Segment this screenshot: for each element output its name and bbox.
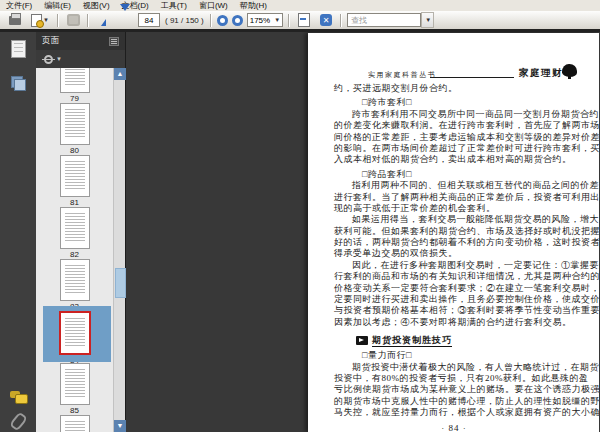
page-number-input[interactable] xyxy=(138,13,160,27)
text-line: 的价差变化来赚取利润。在进行跨市套利时，首先应了解两市场 xyxy=(334,120,599,131)
layers-panel-button[interactable] xyxy=(0,70,36,96)
document-view-area[interactable]: 实用家庭科普丛书 家庭理财 约，买进远期交割月份合约。□跨市套利□跨市套利利用不… xyxy=(126,32,600,432)
thumbnail-page-image[interactable] xyxy=(60,207,90,249)
sub-heading: □量力而行□ xyxy=(334,350,599,361)
thumbnail-page-image[interactable] xyxy=(60,103,90,145)
chevron-down-icon: ▼ xyxy=(274,17,280,23)
layers-icon xyxy=(11,76,25,90)
pointing-hand-icon xyxy=(356,336,368,345)
attachments-panel-button[interactable] xyxy=(0,408,36,432)
sidebar-scrollbar: ▲ ▼ xyxy=(113,68,125,432)
pdf-reader-window: 文件(F) 编辑(E) 视图(V) 文档(D) 工具(T) 窗口(W) 帮助(H… xyxy=(0,0,600,432)
disabled-tool-icon xyxy=(67,14,80,26)
text-line: 与投资者预期价格基本相符；③套利时要将季节性变动当作重要 xyxy=(334,305,599,316)
text-line: 的影响。在两市场间价差超过了正常差价时可进行跨市套利，买 xyxy=(334,143,599,154)
thumbnail-page-image[interactable] xyxy=(60,363,90,405)
fit-width-button[interactable] xyxy=(294,13,314,28)
thumbnail-page-number: 85 xyxy=(36,406,113,415)
find-options-button[interactable]: ▼ xyxy=(421,12,434,28)
document-page: 实用家庭科普丛书 家庭理财 约，买进远期交割月份合约。□跨市套利□跨市套利利用不… xyxy=(308,33,599,432)
page-thumbnail-86[interactable]: 86 xyxy=(36,415,113,432)
zoom-in-button[interactable] xyxy=(232,15,243,26)
scroll-up-button[interactable]: ▲ xyxy=(114,68,126,80)
chevron-down-icon: ▼ xyxy=(43,17,49,23)
menu-edit[interactable]: 编辑(E) xyxy=(38,0,77,11)
chevron-down-icon: ▼ xyxy=(425,17,431,23)
sub-heading: □跨市套利□ xyxy=(334,97,599,108)
text-line: 获利可能。但如果套利的期货合约、市场及选择好或时机没把握 xyxy=(334,226,599,237)
text-line: 期货投资中潜伏着极大的风险，有人曾大略统计过，在期货 xyxy=(334,362,599,373)
comments-panel-button[interactable] xyxy=(0,384,36,410)
down-arrow-icon xyxy=(120,11,130,29)
toolbar-separator xyxy=(288,14,290,27)
next-page-button[interactable] xyxy=(115,13,135,28)
comments-icon xyxy=(10,391,26,404)
text-line: 好的话，两种期货合约都朝着不利的方向变动价格，这时投资者 xyxy=(334,237,599,248)
pages-icon xyxy=(11,40,26,58)
text-line: 间价格的正常差距，主要考虑运输成本和交割等级的差异对价差 xyxy=(334,132,599,143)
page-thumbnail-80[interactable]: 80 xyxy=(36,103,113,155)
toolbar: ▼ ( 91 / 150 ) 175% ▼ ✕ ▼ xyxy=(0,11,600,29)
toolbar-separator xyxy=(87,14,89,27)
book-title: 家庭理财 xyxy=(519,67,563,80)
text-line: 指利用两种不同的、但相关联或相互替代的商品之间的价差 xyxy=(334,180,599,191)
navigation-pane-strip xyxy=(0,32,36,432)
panel-options-button[interactable] xyxy=(109,37,119,46)
text-line: 价格变动关系一定要符合套利要求；②在建立一笔套利交易时，一 xyxy=(334,283,599,294)
pages-panel-button[interactable] xyxy=(0,36,36,62)
text-line: 入成本相对低的期货合约，卖出成本相对高的期货合约。 xyxy=(334,154,599,165)
text-line: 行套利的商品和市场的有关知识和详细情况，尤其是两种合约的 xyxy=(334,271,599,282)
page-thumbnail-83[interactable]: 83 xyxy=(36,259,113,311)
thumbnail-page-image[interactable] xyxy=(60,415,90,432)
zoom-out-button[interactable] xyxy=(217,15,228,26)
page-body-text: 约，买进远期交割月份合约。□跨市套利□跨市套利利用不同交易所中同一商品同一交割月… xyxy=(334,83,599,432)
text-line: 因此，在进行多种套期图利交易时，一定要记住：①掌握要进 xyxy=(334,260,599,271)
chevron-down-icon[interactable]: ▼ xyxy=(56,56,62,62)
fullscreen-button[interactable]: ✕ xyxy=(316,13,336,28)
menu-help[interactable]: 帮助(H) xyxy=(234,0,273,11)
page-thumbnail-79[interactable]: 79 xyxy=(36,68,113,103)
scroll-down-button[interactable]: ▼ xyxy=(114,420,126,432)
thumbnail-page-number: 80 xyxy=(36,146,113,155)
fullscreen-icon: ✕ xyxy=(320,14,332,26)
menu-view[interactable]: 视图(V) xyxy=(77,0,116,11)
zoom-level-value: 175% xyxy=(250,16,270,25)
page-thumbnail-84[interactable]: 84 xyxy=(36,311,113,365)
series-title: 实用家庭科普丛书 xyxy=(368,70,436,80)
menu-tools[interactable]: 工具(T) xyxy=(155,0,193,11)
toolbar-separator xyxy=(340,14,342,27)
text-line: 马失控，就应坚持量力而行，根据个人或家庭拥有资产的大小确 xyxy=(334,407,599,418)
thumbnail-list: 7980818283848586 xyxy=(36,68,113,432)
zoom-level-select[interactable]: 175% ▼ xyxy=(247,13,283,27)
page-thumbnail-85[interactable]: 85 xyxy=(36,363,113,415)
text-line: 得承受单边交易的双倍损失。 xyxy=(334,248,599,259)
text-line: 定要同时进行买进和卖出操作，且务必要控制住价格，使成交价格 xyxy=(334,294,599,305)
find-input[interactable] xyxy=(347,13,421,27)
scrollbar-thumb[interactable] xyxy=(115,268,126,298)
header-rule xyxy=(430,77,514,78)
page-thumbnail-81[interactable]: 81 xyxy=(36,155,113,207)
pages-panel-header: 页面 xyxy=(36,32,125,50)
menu-window[interactable]: 窗口(W) xyxy=(193,0,234,11)
export-button[interactable]: ▼ xyxy=(27,13,53,28)
thumbnail-page-image[interactable] xyxy=(60,259,90,301)
toolbar-separator xyxy=(210,14,212,27)
thumbnail-page-image[interactable] xyxy=(59,311,91,355)
text-line: 约，买进远期交割月份合约。 xyxy=(334,83,599,94)
thumbnail-page-image[interactable] xyxy=(60,155,90,197)
menu-file[interactable]: 文件(F) xyxy=(0,0,38,11)
page-thumbnail-82[interactable]: 82 xyxy=(36,207,113,259)
thumbnail-options-row: ▼ xyxy=(36,50,125,68)
disabled-tool-button xyxy=(63,13,83,28)
thumbnail-page-number: 81 xyxy=(36,198,113,207)
thumbnail-page-number: 82 xyxy=(36,250,113,259)
print-button[interactable] xyxy=(5,13,25,28)
section-heading-text: 期货投资制胜技巧 xyxy=(372,335,452,347)
text-line: 因素加以考虑；④不要对即将期满的合约进行套利交易。 xyxy=(334,317,599,328)
book-logo-icon xyxy=(562,64,577,77)
fit-width-icon xyxy=(298,13,310,27)
previous-page-button[interactable] xyxy=(93,13,113,28)
thumbnail-page-image[interactable] xyxy=(60,68,90,93)
text-line: 跨市套利利用不同交易所中同一商品同一交割月份期货合约 xyxy=(334,109,599,120)
gear-icon[interactable] xyxy=(44,55,53,64)
